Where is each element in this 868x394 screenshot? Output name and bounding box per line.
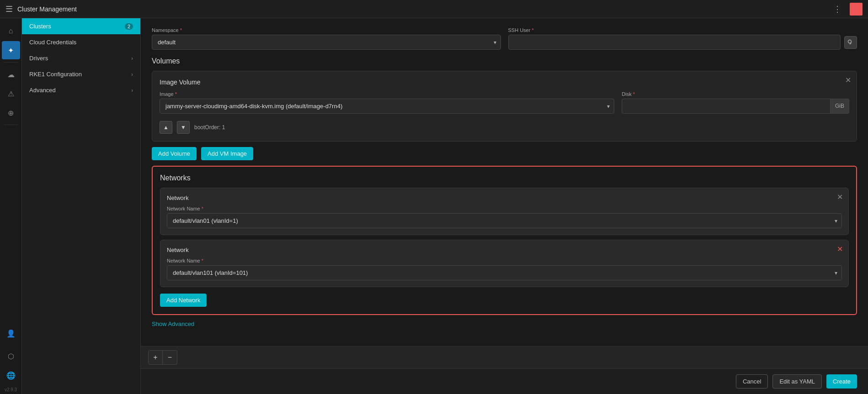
tab-add-button[interactable]: +	[148, 350, 163, 365]
image-volume-title: Image Volume	[160, 79, 849, 86]
menu-icon[interactable]: ☰	[5, 4, 13, 14]
version-label: v2.9.3	[5, 385, 17, 394]
sidebar-item-clusters[interactable]: Clusters 2	[22, 18, 140, 34]
more-options-icon[interactable]: ⋮	[833, 4, 841, 14]
network-card-1-title: Network	[167, 194, 842, 201]
sidebar-item-drivers[interactable]: Drivers ›	[22, 50, 140, 66]
ssh-user-label: SSH User *	[508, 27, 857, 33]
add-network-button[interactable]: Add Network	[160, 294, 207, 307]
image-select-wrapper: jammy-server-cloudimg-amd64-disk-kvm.img…	[160, 99, 614, 114]
image-disk-row: Image * jammy-server-cloudimg-amd64-disk…	[160, 91, 849, 114]
chevron-right-icon: ›	[131, 55, 133, 62]
tab-remove-button[interactable]: −	[163, 350, 177, 365]
sidebar-item-cloud[interactable]: ☁	[2, 65, 20, 84]
sidebar-item-drivers-label: Drivers	[29, 55, 48, 62]
icon-bar-divider	[4, 62, 18, 63]
sidebar-item-cloud-credentials[interactable]: Cloud Credentials	[22, 34, 140, 50]
sidebar-item-globe[interactable]: 🌐	[2, 366, 20, 384]
network-name-1-select[interactable]: default/vlan01 (vlanId=1)	[167, 213, 842, 228]
sidebar-item-network[interactable]: ⊕	[2, 104, 20, 122]
sidebar-item-advanced-label: Advanced	[29, 87, 56, 94]
disk-suffix: GiB	[831, 99, 849, 114]
show-advanced-button[interactable]: Show Advanced	[152, 320, 194, 327]
volume-buttons-row: Add Volume Add VM Image	[152, 147, 857, 160]
icon-bar-divider-2	[4, 125, 18, 125]
svg-point-0	[848, 40, 852, 43]
chevron-right-icon-2: ›	[131, 71, 133, 78]
network-card-1-close-button[interactable]: ✕	[837, 193, 843, 201]
network-name-2-group: Network Name * default/vlan101 (vlanId=1…	[167, 258, 842, 280]
sidebar-item-home[interactable]: ⌂	[2, 22, 20, 40]
edit-yaml-button[interactable]: Edit as YAML	[772, 374, 822, 389]
avatar	[850, 3, 863, 16]
networks-title: Networks	[160, 174, 849, 182]
disk-input-group: 40 GiB	[622, 99, 849, 114]
network-name-2-label: Network Name *	[167, 258, 842, 263]
namespace-required: *	[180, 27, 182, 33]
network-name-1-select-wrapper: default/vlan01 (vlanId=1)	[167, 213, 842, 228]
disk-label: Disk *	[622, 91, 849, 97]
sidebar-item-clusters-label: Clusters	[29, 23, 51, 30]
disk-input[interactable]: 40	[622, 99, 831, 114]
networks-section: Networks Network ✕ Network Name * defaul…	[152, 166, 857, 315]
network-name-2-select[interactable]: default/vlan101 (vlanId=101)	[167, 265, 842, 280]
ssh-user-group: SSH User * ubuntu	[508, 27, 857, 50]
image-volume-card: Image Volume ✕ Image * jammy-server-clou…	[152, 71, 857, 142]
sidebar: Clusters 2 Cloud Credentials Drivers › R…	[22, 18, 141, 394]
namespace-select-wrapper: default	[152, 35, 501, 50]
namespace-ssh-row: Namespace * default SSH User *	[152, 27, 857, 50]
add-volume-button[interactable]: Add Volume	[152, 147, 197, 160]
create-button[interactable]: Create	[826, 374, 857, 389]
network-name-1-group: Network Name * default/vlan01 (vlanId=1)	[167, 206, 842, 228]
sidebar-item-plugins[interactable]: ⬡	[2, 347, 20, 365]
topbar: ☰ Cluster Management ⋮	[0, 0, 868, 18]
network-card-2-close-button[interactable]: ✕	[837, 245, 843, 253]
boot-order-down-button[interactable]: ▼	[177, 121, 190, 134]
sidebar-item-rke1-label: RKE1 Configuration	[29, 71, 82, 78]
namespace-select[interactable]: default	[152, 35, 501, 50]
clusters-badge: 2	[125, 23, 133, 30]
network-card-2: Network ✕ Network Name * default/vlan101…	[160, 240, 849, 287]
boot-order-text: bootOrder: 1	[194, 124, 225, 131]
sidebar-item-kubernetes[interactable]: ✦	[2, 41, 20, 59]
boot-order-row: ▲ ▼ bootOrder: 1	[160, 121, 849, 134]
icon-bar: ⌂ ✦ ☁ ⚠ ⊕ 👤 ⬡ 🌐 v2.9.3	[0, 18, 22, 394]
page-title: Cluster Management	[17, 5, 829, 13]
disk-group: Disk * 40 GiB	[622, 91, 849, 114]
ssh-key-icon[interactable]	[844, 36, 857, 49]
namespace-label: Namespace *	[152, 27, 501, 33]
bottom-bar: Cancel Edit as YAML Create	[141, 368, 868, 394]
image-group: Image * jammy-server-cloudimg-amd64-disk…	[160, 91, 614, 114]
image-label: Image *	[160, 91, 614, 97]
volumes-title: Volumes	[152, 57, 857, 65]
sidebar-item-warning[interactable]: ⚠	[2, 84, 20, 103]
image-select[interactable]: jammy-server-cloudimg-amd64-disk-kvm.img…	[160, 99, 614, 114]
add-vm-image-button[interactable]: Add VM Image	[201, 147, 253, 160]
boot-order-up-button[interactable]: ▲	[160, 121, 172, 134]
chevron-right-icon-3: ›	[131, 87, 133, 94]
network-name-2-select-wrapper: default/vlan101 (vlanId=101)	[167, 265, 842, 280]
sidebar-item-user[interactable]: 👤	[2, 324, 20, 342]
main-layout: ⌂ ✦ ☁ ⚠ ⊕ 👤 ⬡ 🌐 v2.9.3 Clusters 2 Cloud …	[0, 18, 868, 394]
sidebar-item-rke1[interactable]: RKE1 Configuration ›	[22, 66, 140, 82]
image-volume-close-button[interactable]: ✕	[845, 76, 851, 84]
network-card-1: Network ✕ Network Name * default/vlan01 …	[160, 188, 849, 235]
network-card-2-title: Network	[167, 247, 842, 253]
sidebar-item-cloud-credentials-label: Cloud Credentials	[29, 39, 76, 46]
namespace-group: Namespace * default	[152, 27, 501, 50]
tab-bar: + −	[141, 346, 868, 368]
sidebar-item-advanced[interactable]: Advanced ›	[22, 82, 140, 98]
cancel-button[interactable]: Cancel	[736, 374, 768, 389]
ssh-required: *	[532, 27, 533, 33]
main-content: Namespace * default SSH User *	[141, 18, 868, 346]
ssh-user-input[interactable]: ubuntu	[508, 35, 841, 50]
network-name-1-label: Network Name *	[167, 206, 842, 211]
